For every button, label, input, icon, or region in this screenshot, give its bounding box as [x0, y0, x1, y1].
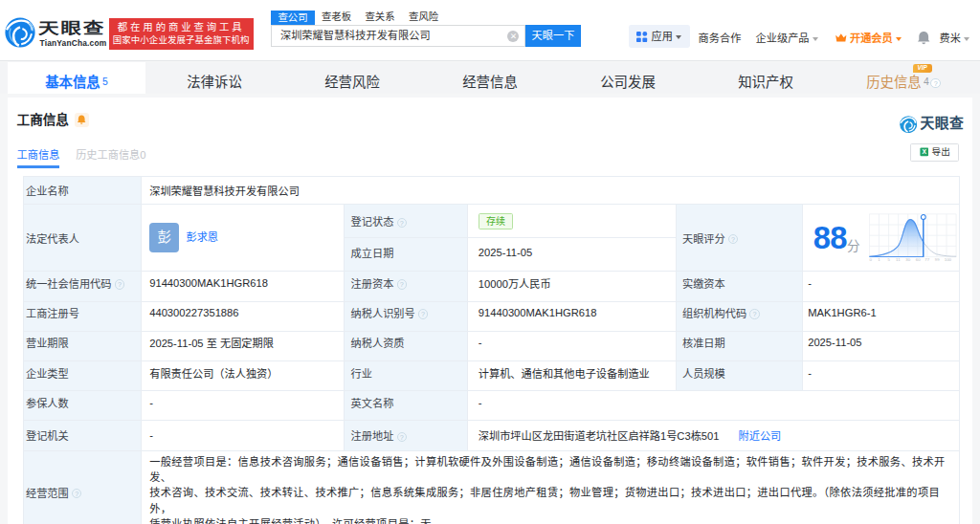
- svg-text:0: 0: [870, 258, 873, 263]
- svg-text:100: 100: [945, 258, 952, 263]
- svg-text:99: 99: [935, 258, 940, 263]
- svg-text:1: 1: [878, 258, 880, 263]
- svg-text:X: X: [922, 149, 926, 156]
- svg-text:11: 11: [896, 258, 901, 263]
- svg-text:30: 30: [906, 258, 911, 263]
- svg-text:5: 5: [888, 258, 891, 263]
- svg-text:77: 77: [925, 258, 930, 263]
- svg-text:60: 60: [916, 258, 921, 263]
